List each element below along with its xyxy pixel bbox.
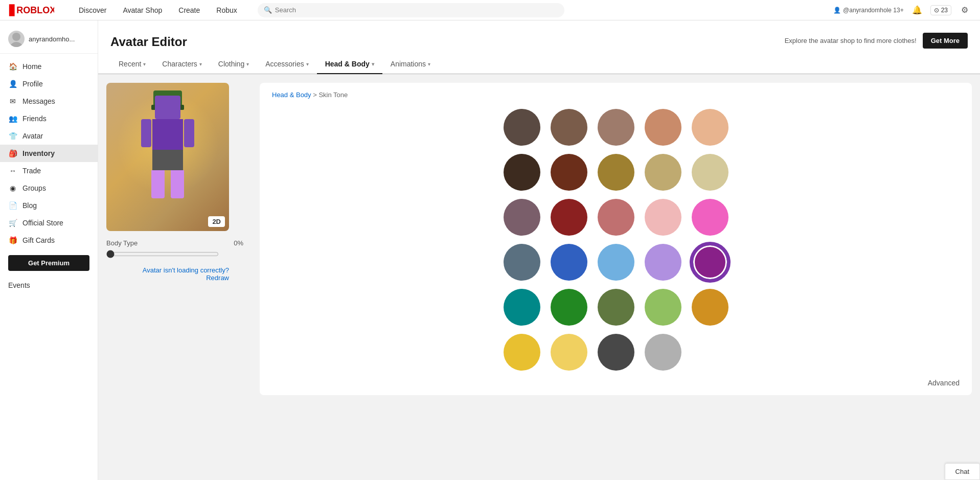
color-swatch[interactable] (504, 109, 540, 146)
color-swatch[interactable] (645, 289, 681, 326)
breadcrumb-parent[interactable]: Head & Body (272, 91, 311, 99)
color-swatch[interactable] (551, 334, 587, 371)
color-swatch[interactable] (692, 154, 728, 191)
color-swatch[interactable] (692, 199, 728, 236)
color-swatch[interactable] (504, 154, 540, 191)
tab-animations[interactable]: Animations ▾ (382, 55, 439, 74)
avatar-left-leg (151, 170, 165, 198)
body-type-slider[interactable] (106, 250, 219, 258)
tab-head-body[interactable]: Head & Body ▾ (317, 55, 382, 74)
color-swatch[interactable] (504, 289, 540, 326)
avatar-preview: 2D (106, 83, 229, 231)
redraw-section: Avatar isn't loading correctly? Redraw (106, 266, 229, 282)
user-account[interactable]: 👤 @anyrandomhole 13+ (833, 7, 904, 14)
main-content: Avatar Editor Explore the avatar shop to… (98, 20, 980, 480)
robux-balance[interactable]: ⊙ 23 (930, 5, 951, 15)
color-swatch[interactable] (598, 334, 634, 371)
roblox-logo[interactable]: ROBLOX (8, 3, 54, 17)
color-swatch[interactable] (504, 244, 540, 281)
tab-characters-label: Characters (162, 60, 197, 68)
sidebar-label-messages: Messages (22, 97, 55, 105)
sidebar-label-official-store: Official Store (22, 219, 63, 227)
nav-robux[interactable]: Robux (208, 0, 245, 20)
avatar-figure (132, 96, 203, 218)
envelope-icon: ✉ (8, 97, 17, 106)
color-swatch[interactable] (551, 109, 587, 146)
sidebar-item-profile[interactable]: 👤 Profile (0, 75, 98, 93)
nav-create[interactable]: Create (170, 0, 208, 20)
color-grid (272, 109, 960, 371)
search-bar[interactable]: 🔍 (258, 3, 564, 17)
color-swatch[interactable] (692, 109, 728, 146)
color-swatch[interactable] (551, 199, 587, 236)
sidebar-label-gift-cards: Gift Cards (22, 236, 55, 244)
color-swatch[interactable] (598, 154, 634, 191)
color-swatch[interactable] (692, 289, 728, 326)
sidebar-item-events[interactable]: Events (0, 277, 98, 293)
color-swatch[interactable] (598, 109, 634, 146)
avatar-left-arm (141, 119, 151, 147)
get-premium-button[interactable]: Get Premium (8, 255, 89, 271)
notifications-button[interactable]: 🔔 (910, 3, 924, 17)
tab-recent[interactable]: Recent ▾ (110, 55, 154, 74)
redraw-link[interactable]: Redraw (206, 274, 229, 282)
sidebar-item-trade[interactable]: ↔ Trade (0, 162, 98, 179)
avatar-2d-badge[interactable]: 2D (208, 216, 225, 227)
color-swatch[interactable] (692, 334, 728, 371)
sidebar-item-official-store[interactable]: 🛒 Official Store (0, 214, 98, 232)
color-swatch[interactable] (551, 289, 587, 326)
color-swatch[interactable] (645, 154, 681, 191)
nav-discover[interactable]: Discover (71, 0, 115, 20)
nav-avatar-shop[interactable]: Avatar Shop (115, 0, 170, 20)
content-top: Avatar Editor Explore the avatar shop to… (98, 20, 980, 75)
tab-clothing[interactable]: Clothing ▾ (210, 55, 257, 74)
color-swatch[interactable] (598, 199, 634, 236)
tab-accessories[interactable]: Accessories ▾ (257, 55, 316, 74)
color-swatch[interactable] (504, 334, 540, 371)
user-avatar-icon: 👤 (833, 7, 841, 14)
sidebar-item-avatar[interactable]: 👕 Avatar (0, 127, 98, 145)
sidebar-item-messages[interactable]: ✉ Messages (0, 93, 98, 110)
color-swatch[interactable] (598, 244, 634, 281)
settings-button[interactable]: ⚙ (958, 3, 972, 17)
sidebar-item-home[interactable]: 🏠 Home (0, 58, 98, 75)
breadcrumb: Head & Body > Skin Tone (272, 91, 960, 99)
get-more-button[interactable]: Get More (923, 33, 968, 49)
color-swatch[interactable] (598, 289, 634, 326)
color-swatch[interactable] (504, 199, 540, 236)
chevron-down-icon: ▾ (246, 61, 249, 67)
color-row (272, 289, 960, 326)
body-type-label: Body Type (106, 239, 138, 247)
body-type-label-row: Body Type 0% (106, 239, 243, 247)
svg-point-3 (10, 42, 22, 47)
chat-button[interactable]: Chat (945, 463, 980, 480)
color-row (272, 199, 960, 236)
content-header: Avatar Editor Explore the avatar shop to… (98, 20, 980, 55)
color-swatch[interactable] (551, 154, 587, 191)
color-swatch[interactable] (645, 244, 681, 281)
avatar-panel: 2D Body Type 0% Avatar isn't loading cor… (98, 75, 252, 403)
cart-icon: 🛒 (8, 218, 17, 227)
chevron-down-icon: ▾ (428, 61, 430, 67)
color-swatch[interactable] (645, 199, 681, 236)
sidebar-item-blog[interactable]: 📄 Blog (0, 197, 98, 214)
sidebar-user[interactable]: anyrandomho... (0, 27, 98, 54)
sidebar-item-inventory[interactable]: 🎒 Inventory (0, 145, 98, 162)
tab-clothing-label: Clothing (218, 60, 244, 68)
color-swatch[interactable] (645, 334, 681, 371)
advanced-link[interactable]: Advanced (272, 379, 960, 387)
sidebar-item-groups[interactable]: ◉ Groups (0, 179, 98, 197)
color-swatch[interactable] (551, 244, 587, 281)
chevron-down-icon: ▾ (306, 61, 309, 67)
color-swatch[interactable] (692, 244, 728, 281)
loading-text: Avatar isn't loading correctly? (143, 266, 229, 274)
color-swatch[interactable] (645, 109, 681, 146)
top-navigation: ROBLOX Discover Avatar Shop Create Robux… (0, 0, 980, 20)
search-input[interactable] (275, 6, 558, 14)
sidebar-label-inventory: Inventory (22, 149, 55, 157)
sidebar-item-gift-cards[interactable]: 🎁 Gift Cards (0, 232, 98, 249)
tab-characters[interactable]: Characters ▾ (154, 55, 210, 74)
body-type-section: Body Type 0% (106, 239, 243, 260)
color-row (272, 109, 960, 146)
sidebar-item-friends[interactable]: 👥 Friends (0, 110, 98, 127)
